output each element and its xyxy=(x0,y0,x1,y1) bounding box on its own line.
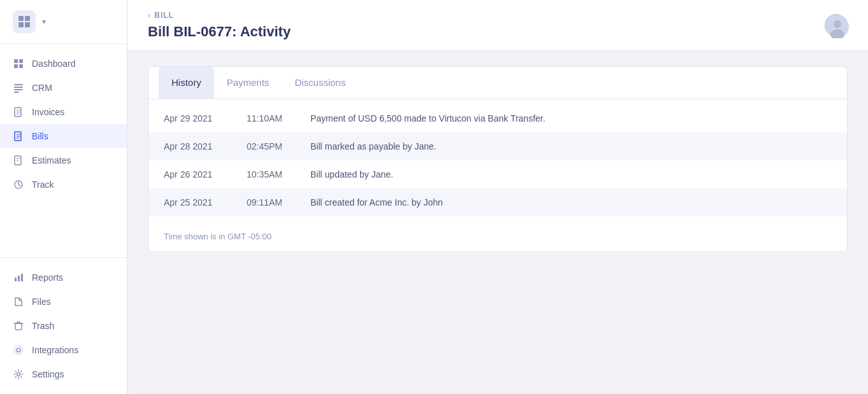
settings-icon xyxy=(13,369,24,380)
header-right xyxy=(825,14,848,37)
sidebar-item-bills[interactable]: Bills xyxy=(0,124,127,148)
page-header: ‹ BILL Bill BIL-0677: Activity xyxy=(127,0,868,51)
avatar[interactable] xyxy=(825,14,848,37)
sidebar-item-trash[interactable]: Trash xyxy=(0,314,127,338)
tab-discussions[interactable]: Discussions xyxy=(282,67,358,99)
table-row: Apr 26 2021 10:35AM Bill updated by Jane… xyxy=(148,160,847,188)
sidebar-item-files[interactable]: Files xyxy=(0,290,127,314)
sidebar-item-label: Integrations xyxy=(32,345,78,355)
sidebar: ▾ Dashboard xyxy=(0,0,127,394)
table-row: Apr 29 2021 11:10AM Payment of USD 6,500… xyxy=(148,104,847,132)
sidebar-item-reports[interactable]: Reports xyxy=(0,265,127,290)
svg-rect-0 xyxy=(14,59,18,63)
activity-date: Apr 26 2021 xyxy=(164,169,247,179)
activity-date: Apr 29 2021 xyxy=(164,113,247,123)
svg-rect-14 xyxy=(21,274,23,281)
activity-description: Bill updated by Jane. xyxy=(310,169,832,179)
crm-icon xyxy=(13,82,24,94)
sidebar-item-track[interactable]: Track xyxy=(0,172,127,197)
track-icon xyxy=(13,179,24,190)
svg-point-17 xyxy=(15,346,23,355)
trash-icon xyxy=(13,320,24,332)
dashboard-icon xyxy=(13,58,24,69)
reports-icon xyxy=(13,272,24,283)
svg-rect-5 xyxy=(14,87,23,88)
activity-description: Bill marked as payable by Jane. xyxy=(310,141,832,151)
activity-table: Apr 29 2021 11:10AM Payment of USD 6,500… xyxy=(148,99,847,222)
sidebar-item-label: Invoices xyxy=(32,107,64,117)
svg-rect-6 xyxy=(14,89,23,90)
svg-rect-3 xyxy=(19,64,23,68)
svg-rect-13 xyxy=(18,276,20,281)
activity-time: 10:35AM xyxy=(247,169,310,179)
tab-payments[interactable]: Payments xyxy=(214,67,282,99)
estimates-icon xyxy=(13,155,24,166)
sidebar-item-label: Bills xyxy=(32,131,48,141)
activity-date: Apr 25 2021 xyxy=(164,197,247,208)
svg-rect-2 xyxy=(14,64,18,68)
sidebar-item-integrations[interactable]: Integrations xyxy=(0,338,127,362)
tabs-bar: History Payments Discussions xyxy=(148,67,847,99)
breadcrumb-label: BILL xyxy=(154,11,174,20)
logo-icon xyxy=(13,10,36,33)
activity-time: 11:10AM xyxy=(247,113,310,123)
svg-rect-4 xyxy=(14,84,23,85)
header-left: ‹ BILL Bill BIL-0677: Activity xyxy=(148,10,291,40)
page-title: Bill BIL-0677: Activity xyxy=(148,24,291,40)
timezone-note: Time shown is in GMT -05:00 xyxy=(148,222,847,251)
svg-point-20 xyxy=(834,20,841,28)
sidebar-item-label: Reports xyxy=(32,272,63,283)
sidebar-item-dashboard[interactable]: Dashboard xyxy=(0,52,127,76)
sidebar-item-crm[interactable]: CRM xyxy=(0,76,127,100)
sidebar-nav: Dashboard CRM Invoices xyxy=(0,44,127,257)
activity-time: 02:45PM xyxy=(247,141,310,151)
integrations-icon xyxy=(13,344,24,356)
activity-card: History Payments Discussions Apr 29 2021… xyxy=(148,66,848,252)
sidebar-item-label: Trash xyxy=(32,321,54,331)
sidebar-item-label: Settings xyxy=(32,369,64,379)
logo-grid xyxy=(18,16,30,27)
table-row: Apr 25 2021 09:11AM Bill created for Acm… xyxy=(148,188,847,216)
invoices-icon xyxy=(13,106,24,118)
svg-point-16 xyxy=(17,348,20,352)
svg-point-18 xyxy=(17,373,20,376)
breadcrumb-chevron-icon: ‹ xyxy=(148,10,150,20)
tab-history[interactable]: History xyxy=(159,67,214,99)
svg-rect-1 xyxy=(19,59,23,63)
activity-date: Apr 28 2021 xyxy=(164,141,247,151)
sidebar-item-estimates[interactable]: Estimates xyxy=(0,148,127,172)
activity-description: Payment of USD 6,500 made to Virtucon vi… xyxy=(310,113,832,123)
sidebar-item-label: Files xyxy=(32,297,51,307)
svg-rect-7 xyxy=(14,92,19,93)
activity-description: Bill created for Acme Inc. by John xyxy=(310,197,832,208)
sidebar-item-label: Dashboard xyxy=(32,59,76,69)
app-logo[interactable]: ▾ xyxy=(0,0,127,44)
sidebar-item-settings[interactable]: Settings xyxy=(0,362,127,386)
sidebar-item-invoices[interactable]: Invoices xyxy=(0,100,127,124)
table-row: Apr 28 2021 02:45PM Bill marked as payab… xyxy=(148,132,847,160)
svg-rect-15 xyxy=(15,323,22,330)
sidebar-bottom-nav: Reports Files Trash xyxy=(0,257,127,394)
bills-icon xyxy=(13,130,24,142)
logo-chevron-icon: ▾ xyxy=(42,17,46,26)
svg-rect-12 xyxy=(15,278,17,281)
sidebar-item-label: Track xyxy=(32,179,54,190)
content-area: History Payments Discussions Apr 29 2021… xyxy=(127,51,868,394)
sidebar-item-label: Estimates xyxy=(32,155,71,165)
files-icon xyxy=(13,296,24,307)
main-content: ‹ BILL Bill BIL-0677: Activity History xyxy=(127,0,868,394)
breadcrumb: ‹ BILL xyxy=(148,10,291,20)
sidebar-item-label: CRM xyxy=(32,83,52,93)
activity-time: 09:11AM xyxy=(247,197,310,208)
